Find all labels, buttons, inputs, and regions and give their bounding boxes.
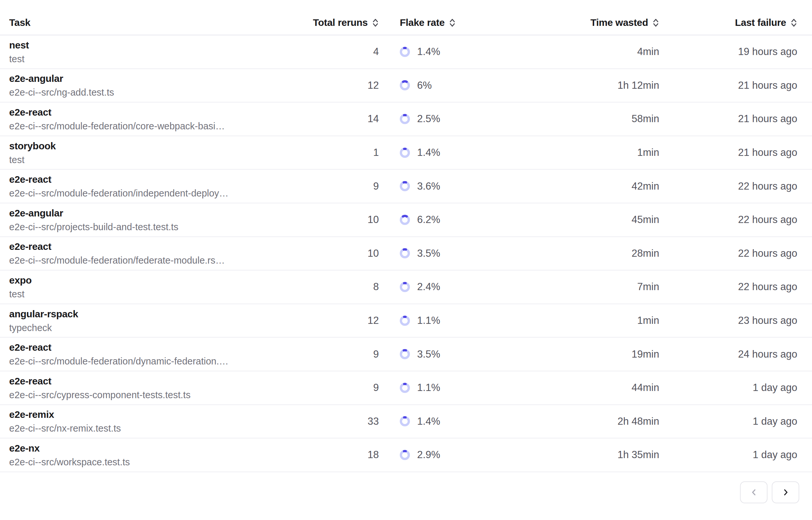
total-reruns-value: 1 bbox=[323, 147, 379, 158]
flake-rate-progress-ring-icon bbox=[400, 80, 410, 90]
total-reruns-value: 10 bbox=[323, 248, 379, 259]
flake-rate-cell: 1.4% bbox=[379, 416, 510, 427]
pagination bbox=[740, 482, 799, 503]
total-reruns-value: 9 bbox=[323, 382, 379, 394]
column-header-task: Task bbox=[9, 17, 323, 28]
next-page-button[interactable] bbox=[772, 482, 799, 503]
table-row[interactable]: e2e-remix e2e-ci--src/nx-remix.test.ts 3… bbox=[0, 405, 812, 439]
flake-rate-progress-ring-icon bbox=[400, 215, 410, 225]
total-reruns-value: 9 bbox=[323, 348, 379, 360]
column-header-last-failure[interactable]: Last failure bbox=[659, 17, 797, 28]
last-failure-value: 22 hours ago bbox=[659, 214, 797, 226]
table-row[interactable]: e2e-angular e2e-ci--src/projects-build-a… bbox=[0, 203, 812, 237]
task-target-path: test bbox=[9, 288, 323, 300]
flake-rate-cell: 1.1% bbox=[379, 315, 510, 327]
table-row[interactable]: e2e-react e2e-ci--src/module-federation/… bbox=[0, 170, 812, 203]
flake-rate-progress-ring-icon bbox=[400, 450, 410, 460]
column-header-time-wasted[interactable]: Time wasted bbox=[510, 17, 659, 28]
previous-page-button[interactable] bbox=[740, 482, 767, 503]
flake-rate-cell: 1.4% bbox=[379, 46, 510, 58]
flake-rate-value: 1.1% bbox=[417, 315, 440, 327]
column-header-time-wasted-label: Time wasted bbox=[590, 17, 648, 28]
task-name: e2e-nx bbox=[9, 442, 323, 454]
chevron-right-icon bbox=[781, 488, 790, 497]
table-header-row: Task Total reruns Flake rate Time wasted… bbox=[0, 0, 812, 35]
flake-rate-value: 1.1% bbox=[417, 382, 440, 394]
task-cell: expo test bbox=[9, 274, 323, 300]
flake-rate-cell: 3.6% bbox=[379, 180, 510, 192]
task-target-path: e2e-ci--src/module-federation/core-webpa… bbox=[9, 120, 323, 132]
sort-chevrons-icon bbox=[652, 18, 659, 28]
task-cell: e2e-angular e2e-ci--src/ng-add.test.ts bbox=[9, 72, 323, 98]
total-reruns-value: 4 bbox=[323, 46, 379, 58]
total-reruns-value: 9 bbox=[323, 180, 379, 192]
task-cell: storybook test bbox=[9, 140, 323, 166]
last-failure-value: 19 hours ago bbox=[659, 46, 797, 58]
task-target-path: e2e-ci--src/cypress-component-tests.test… bbox=[9, 389, 323, 401]
table-row[interactable]: e2e-angular e2e-ci--src/ng-add.test.ts 1… bbox=[0, 69, 812, 103]
last-failure-value: 21 hours ago bbox=[659, 147, 797, 158]
table-row[interactable]: expo test 8 2.4% 7min 22 hours ago bbox=[0, 270, 812, 304]
time-wasted-value: 28min bbox=[510, 248, 659, 259]
table-row[interactable]: storybook test 1 1.4% 1min 21 hours ago bbox=[0, 136, 812, 170]
last-failure-value: 1 day ago bbox=[659, 449, 797, 461]
flake-rate-value: 1.4% bbox=[417, 147, 440, 158]
flake-rate-progress-ring-icon bbox=[400, 316, 410, 326]
time-wasted-value: 42min bbox=[510, 180, 659, 192]
time-wasted-value: 4min bbox=[510, 46, 659, 58]
sort-chevrons-icon bbox=[372, 18, 379, 28]
column-header-total-reruns[interactable]: Total reruns bbox=[323, 17, 379, 28]
task-name: e2e-react bbox=[9, 240, 323, 253]
table-row[interactable]: e2e-react e2e-ci--src/module-federation/… bbox=[0, 103, 812, 136]
time-wasted-value: 1h 12min bbox=[510, 80, 659, 92]
task-name: e2e-angular bbox=[9, 207, 323, 219]
table-row[interactable]: e2e-react e2e-ci--src/module-federation/… bbox=[0, 338, 812, 371]
table-row[interactable]: e2e-nx e2e-ci--src/workspace.test.ts 18 … bbox=[0, 439, 812, 472]
flake-rate-progress-ring-icon bbox=[400, 416, 410, 426]
total-reruns-value: 12 bbox=[323, 315, 379, 327]
flake-rate-progress-ring-icon bbox=[400, 349, 410, 359]
flake-rate-value: 1.4% bbox=[417, 416, 440, 427]
table-row[interactable]: e2e-react e2e-ci--src/module-federation/… bbox=[0, 237, 812, 271]
task-target-path: typecheck bbox=[9, 322, 323, 334]
flake-rate-progress-ring-icon bbox=[400, 181, 410, 191]
table-row[interactable]: e2e-react e2e-ci--src/cypress-component-… bbox=[0, 371, 812, 405]
flake-rate-cell: 2.9% bbox=[379, 449, 510, 461]
total-reruns-value: 14 bbox=[323, 113, 379, 125]
column-header-flake-rate[interactable]: Flake rate bbox=[379, 17, 510, 28]
total-reruns-value: 33 bbox=[323, 416, 379, 427]
time-wasted-value: 19min bbox=[510, 348, 659, 360]
flake-rate-value: 6.2% bbox=[417, 214, 440, 226]
time-wasted-value: 1h 35min bbox=[510, 449, 659, 461]
task-name: storybook bbox=[9, 140, 323, 152]
task-cell: nest test bbox=[9, 39, 323, 65]
task-target-path: test bbox=[9, 154, 323, 166]
task-cell: e2e-remix e2e-ci--src/nx-remix.test.ts bbox=[9, 408, 323, 434]
flake-rate-value: 2.4% bbox=[417, 281, 440, 293]
task-cell: e2e-angular e2e-ci--src/projects-build-a… bbox=[9, 207, 323, 233]
flake-rate-cell: 1.1% bbox=[379, 382, 510, 394]
last-failure-value: 22 hours ago bbox=[659, 281, 797, 293]
task-cell: e2e-react e2e-ci--src/module-federation/… bbox=[9, 173, 323, 199]
table-row[interactable]: angular-rspack typecheck 12 1.1% 1min 23… bbox=[0, 304, 812, 338]
flake-rate-cell: 6% bbox=[379, 80, 510, 92]
flake-rate-value: 1.4% bbox=[417, 46, 440, 58]
task-cell: e2e-react e2e-ci--src/module-federation/… bbox=[9, 240, 323, 266]
task-target-path: e2e-ci--src/module-federation/dynamic-fe… bbox=[9, 355, 323, 367]
task-target-path: test bbox=[9, 53, 323, 65]
flake-rate-cell: 3.5% bbox=[379, 348, 510, 360]
last-failure-value: 21 hours ago bbox=[659, 113, 797, 125]
task-target-path: e2e-ci--src/ng-add.test.ts bbox=[9, 86, 323, 98]
flake-rate-cell: 6.2% bbox=[379, 214, 510, 226]
flake-rate-value: 2.9% bbox=[417, 449, 440, 461]
flake-rate-progress-ring-icon bbox=[400, 248, 410, 258]
table-row[interactable]: nest test 4 1.4% 4min 19 hours ago bbox=[0, 35, 812, 69]
task-name: e2e-angular bbox=[9, 72, 323, 84]
flake-rate-value: 2.5% bbox=[417, 113, 440, 125]
task-name: e2e-remix bbox=[9, 408, 323, 420]
column-header-total-reruns-label: Total reruns bbox=[313, 17, 368, 28]
time-wasted-value: 1min bbox=[510, 315, 659, 327]
flake-rate-progress-ring-icon bbox=[400, 282, 410, 292]
task-name: nest bbox=[9, 39, 323, 51]
flake-rate-progress-ring-icon bbox=[400, 47, 410, 57]
